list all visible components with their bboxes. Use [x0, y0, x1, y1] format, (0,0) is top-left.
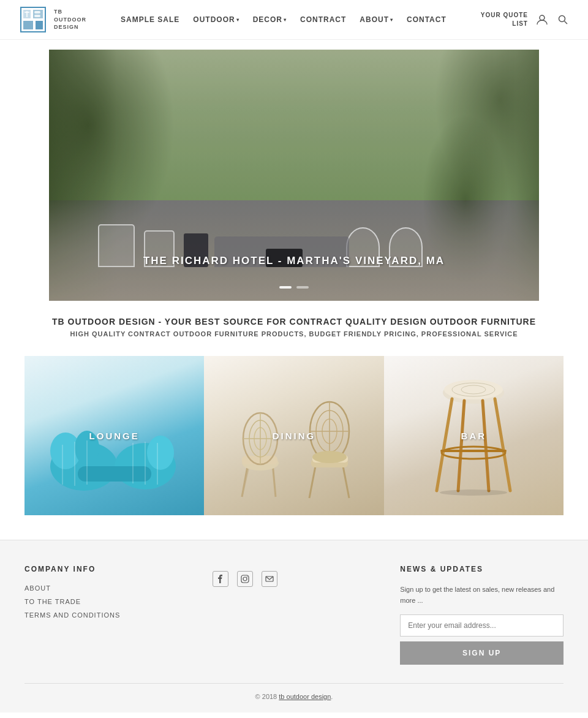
footer: COMPANY INFO ABOUT TO THE TRADE TERMS AN… — [0, 540, 588, 712]
instagram-icon[interactable] — [237, 571, 253, 587]
taglines-section: TB OUTDOOR DESIGN - YOUR BEST SOURCE FOR… — [0, 306, 588, 344]
signup-button[interactable]: SIGN UP — [400, 641, 564, 665]
company-info-title: COMPANY INFO — [24, 565, 188, 573]
svg-rect-8 — [34, 15, 40, 17]
category-bar[interactable]: BAR — [384, 356, 564, 515]
hero-dot-2[interactable] — [296, 286, 309, 289]
tagline-main: TB OUTDOOR DESIGN - YOUR BEST SOURCE FOR… — [12, 317, 576, 327]
category-dining[interactable]: DINING — [204, 356, 383, 515]
nav-sample-sale[interactable]: SAMPLE SALE — [121, 15, 179, 24]
hero-dots — [279, 286, 309, 289]
svg-line-34 — [309, 466, 315, 498]
account-icon[interactable] — [535, 13, 549, 26]
social-icons — [213, 571, 376, 587]
footer-link-terms[interactable]: TERMS AND CONDITIONS — [24, 611, 188, 619]
facebook-icon[interactable] — [213, 571, 228, 587]
svg-rect-55 — [241, 575, 249, 583]
footer-brand-link[interactable]: tb outdoor design — [279, 693, 331, 700]
outdoor-dropdown-arrow: ▾ — [236, 17, 239, 23]
email-input[interactable] — [400, 614, 564, 637]
svg-point-56 — [243, 577, 247, 581]
footer-news-col: NEWS & UPDATES Sign up to get the latest… — [400, 565, 564, 665]
svg-point-16 — [147, 436, 174, 470]
decor-dropdown-arrow: ▾ — [284, 17, 287, 23]
footer-social-col — [213, 565, 376, 665]
hero-dot-1[interactable] — [279, 286, 292, 289]
tagline-sub: HIGH QUALITY CONTRACT OUTDOOR FURNITURE … — [12, 330, 576, 338]
dining-label: DINING — [273, 431, 316, 441]
quote-section[interactable]: YOUR QUOTE LIST — [481, 11, 528, 28]
nav-about[interactable]: ABOUT ▾ — [360, 15, 393, 24]
lounge-label: LOUNGE — [89, 431, 140, 441]
hero-slideshow[interactable]: THE RICHARD HOTEL - MARTHA'S VINEYARD, M… — [49, 50, 539, 301]
footer-company-col: COMPANY INFO ABOUT TO THE TRADE TERMS AN… — [24, 565, 188, 665]
nav-contract[interactable]: CONTRACT — [300, 15, 346, 24]
nav-decor[interactable]: DECOR ▾ — [253, 15, 287, 24]
search-icon[interactable] — [556, 13, 570, 26]
svg-line-11 — [564, 21, 567, 25]
svg-line-51 — [495, 399, 510, 491]
svg-marker-3 — [23, 21, 33, 29]
svg-line-48 — [437, 399, 452, 491]
nav-contact[interactable]: CONTACT — [407, 15, 447, 24]
header-right: YOUR QUOTE LIST — [481, 11, 570, 28]
logo-text: TB OUTDOOR DESIGN — [54, 8, 86, 31]
svg-line-35 — [343, 466, 349, 498]
svg-line-50 — [483, 401, 489, 491]
news-text: Sign up to get the latest on sales, new … — [400, 584, 564, 606]
svg-point-9 — [540, 15, 545, 20]
email-icon[interactable] — [262, 571, 277, 587]
about-dropdown-arrow: ▾ — [390, 17, 393, 23]
hero-caption: THE RICHARD HOTEL - MARTHA'S VINEYARD, M… — [143, 255, 445, 267]
footer-bottom: © 2018 tb outdoor design. — [24, 683, 564, 700]
svg-rect-7 — [34, 11, 40, 13]
svg-point-43 — [312, 451, 347, 463]
logo[interactable]: TB OUTDOOR DESIGN — [18, 5, 86, 34]
footer-link-about[interactable]: ABOUT — [24, 584, 188, 592]
svg-line-49 — [458, 401, 464, 491]
news-title: NEWS & UPDATES — [400, 565, 564, 573]
hero-container: THE RICHARD HOTEL - MARTHA'S VINEYARD, M… — [0, 40, 588, 301]
category-lounge[interactable]: LOUNGE — [24, 356, 204, 515]
nav-outdoor[interactable]: OUTDOOR ▾ — [193, 15, 239, 24]
svg-point-53 — [442, 447, 505, 459]
svg-marker-4 — [36, 21, 43, 29]
svg-point-54 — [440, 489, 507, 496]
header: TB OUTDOOR DESIGN SAMPLE SALE OUTDOOR ▾ … — [0, 0, 588, 40]
svg-point-57 — [246, 576, 247, 577]
svg-rect-17 — [78, 466, 151, 482]
footer-link-trade[interactable]: TO THE TRADE — [24, 598, 188, 605]
bar-label: BAR — [461, 431, 487, 441]
categories-section: LOUNGE — [0, 344, 588, 540]
main-nav: SAMPLE SALE OUTDOOR ▾ DECOR ▾ CONTRACT A… — [121, 15, 447, 24]
svg-point-10 — [559, 16, 565, 22]
logo-icon — [18, 5, 48, 34]
footer-grid: COMPANY INFO ABOUT TO THE TRADE TERMS AN… — [24, 565, 564, 665]
